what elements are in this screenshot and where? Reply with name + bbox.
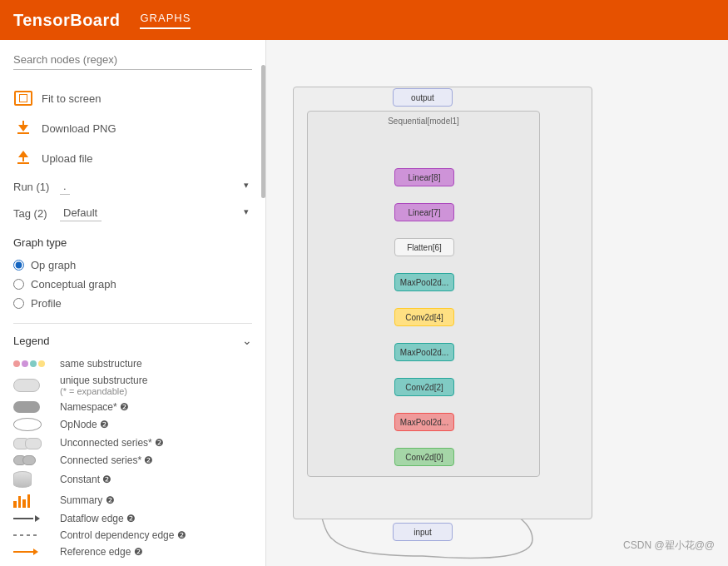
op-graph-radio-row: Op graph	[13, 256, 252, 275]
run-label: Run (1)	[13, 181, 53, 193]
legend-row-dataflow: Dataflow edge ❷	[13, 510, 252, 527]
tag-label: Tag (2)	[13, 207, 53, 220]
sequential-label: Sequential[model1]	[388, 117, 459, 126]
linear8-label: Linear[8]	[409, 173, 441, 182]
linear7-node[interactable]: Linear[7]	[394, 203, 454, 221]
app-logo: TensorBoard	[13, 11, 120, 30]
legend-chevron-icon: ⌄	[242, 334, 252, 347]
fit-to-screen-label: Fit to screen	[42, 92, 102, 105]
legend-unconnected-icon	[13, 436, 50, 449]
flatten-label: Flatten[6]	[407, 243, 442, 252]
search-input[interactable]	[13, 50, 252, 70]
legend-row-summary: Summary ❷	[13, 490, 252, 510]
maxpool5-node[interactable]: MaxPool2d...	[394, 273, 454, 291]
conv0-label: Conv2d[0]	[405, 453, 443, 462]
legend-constant-text: Constant ❷	[60, 474, 111, 485]
sidebar: Fit to screen Download PNG Upload fi	[0, 40, 266, 566]
flatten-node[interactable]: Flatten[6]	[394, 238, 454, 256]
legend-row-colors: same substructure	[13, 355, 252, 372]
download-png-button[interactable]: Download PNG	[13, 113, 252, 143]
conv4-label: Conv2d[4]	[405, 313, 443, 322]
legend-row-control: Control dependency edge ❷	[13, 527, 252, 544]
maxpool1-label: MaxPool2d...	[400, 418, 448, 427]
op-graph-radio[interactable]	[13, 260, 24, 271]
tag-select[interactable]: Default	[60, 205, 102, 221]
sidebar-scrollbar-thumb	[261, 65, 265, 198]
legend-namespace-text: Namespace* ❷	[60, 401, 129, 413]
legend-connected-text: Connected series* ❷	[60, 454, 153, 466]
legend-row-unconnected: Unconnected series* ❷	[13, 434, 252, 452]
legend-header[interactable]: Legend ⌄	[13, 334, 252, 347]
fit-to-screen-button[interactable]: Fit to screen	[13, 83, 252, 113]
fit-to-screen-icon	[13, 88, 33, 108]
graph-type-label: Graph type	[13, 236, 252, 249]
legend-row-opnode: OpNode ❷	[13, 415, 252, 434]
divider	[13, 323, 252, 324]
run-row: Run (1) .	[13, 173, 252, 200]
conv2-label: Conv2d[2]	[405, 383, 443, 392]
download-png-label: Download PNG	[42, 122, 116, 135]
linear8-node[interactable]: Linear[8]	[394, 168, 454, 186]
legend-opnode-text: OpNode ❷	[60, 419, 109, 430]
legend-unique-icon	[13, 379, 50, 392]
conv2-node[interactable]: Conv2d[2]	[394, 378, 454, 396]
upload-icon	[13, 148, 33, 168]
nav-tab-graphs[interactable]: GRAPHS	[140, 12, 191, 29]
conceptual-graph-radio-row: Conceptual graph	[13, 275, 252, 294]
upload-file-label: Upload file	[42, 152, 92, 165]
legend-row-unique: unique substructure (* = expandable)	[13, 372, 252, 399]
legend-colors-text: same substructure	[60, 358, 142, 370]
legend-colors-icon	[13, 360, 50, 367]
profile-radio[interactable]	[13, 298, 24, 309]
legend-dataflow-icon	[13, 515, 50, 522]
conv0-node[interactable]: Conv2d[0]	[394, 448, 454, 466]
main-layout: Fit to screen Download PNG Upload fi	[0, 40, 728, 566]
watermark: CSDN @翟小花@@	[623, 539, 715, 553]
profile-label: Profile	[31, 297, 62, 310]
input-label: input	[414, 528, 432, 537]
output-label: output	[411, 93, 434, 102]
download-icon	[13, 118, 33, 138]
op-graph-label: Op graph	[31, 259, 76, 271]
sidebar-scrollbar[interactable]	[261, 40, 265, 566]
input-node[interactable]: input	[393, 523, 453, 541]
legend-row-connected: Connected series* ❷	[13, 452, 252, 469]
conceptual-graph-label: Conceptual graph	[31, 278, 116, 290]
legend-connected-icon	[13, 455, 50, 465]
legend-unique-text: unique substructure (* = expandable)	[60, 375, 147, 396]
profile-radio-row: Profile	[13, 294, 252, 313]
legend-table: same substructure unique substructure (*…	[13, 355, 252, 560]
legend-row-constant: Constant ❷	[13, 469, 252, 490]
todui-namespace: Todui Sequential[model1] Linear[8] Linea…	[293, 87, 592, 519]
conv4-node[interactable]: Conv2d[4]	[394, 308, 454, 326]
maxpool3-label: MaxPool2d...	[400, 348, 448, 357]
legend-namespace-icon	[13, 401, 50, 413]
legend-summary-text: Summary ❷	[60, 494, 115, 506]
linear7-label: Linear[7]	[409, 208, 441, 217]
legend-opnode-icon	[13, 418, 50, 431]
legend-reference-text: Reference edge ❷	[60, 546, 143, 558]
conceptual-graph-radio[interactable]	[13, 279, 24, 290]
legend-constant-icon	[13, 471, 50, 488]
legend-dataflow-text: Dataflow edge ❷	[60, 513, 136, 524]
tag-row: Tag (2) Default	[13, 200, 252, 226]
graph-area[interactable]: Todui Sequential[model1] Linear[8] Linea…	[266, 40, 728, 566]
maxpool5-label: MaxPool2d...	[400, 278, 448, 287]
legend-reference-icon	[13, 549, 50, 555]
output-node[interactable]: output	[393, 88, 453, 107]
maxpool3-node[interactable]: MaxPool2d...	[394, 343, 454, 361]
legend-row-reference: Reference edge ❷	[13, 544, 252, 560]
upload-file-button[interactable]: Upload file	[13, 143, 252, 173]
maxpool1-node[interactable]: MaxPool2d...	[394, 413, 454, 431]
legend-row-namespace: Namespace* ❷	[13, 399, 252, 415]
legend-summary-icon	[13, 493, 50, 508]
legend-control-icon	[13, 534, 50, 536]
legend-control-text: Control dependency edge ❷	[60, 529, 186, 541]
legend-unconnected-text: Unconnected series* ❷	[60, 437, 164, 449]
tag-select-wrapper: Default	[60, 205, 252, 221]
header: TensorBoard GRAPHS	[0, 0, 728, 40]
sequential-namespace: Sequential[model1] Linear[8] Linear[7] F…	[307, 111, 540, 477]
run-select[interactable]: .	[60, 178, 70, 195]
legend-title: Legend	[13, 335, 49, 347]
run-select-wrapper: .	[60, 178, 252, 195]
